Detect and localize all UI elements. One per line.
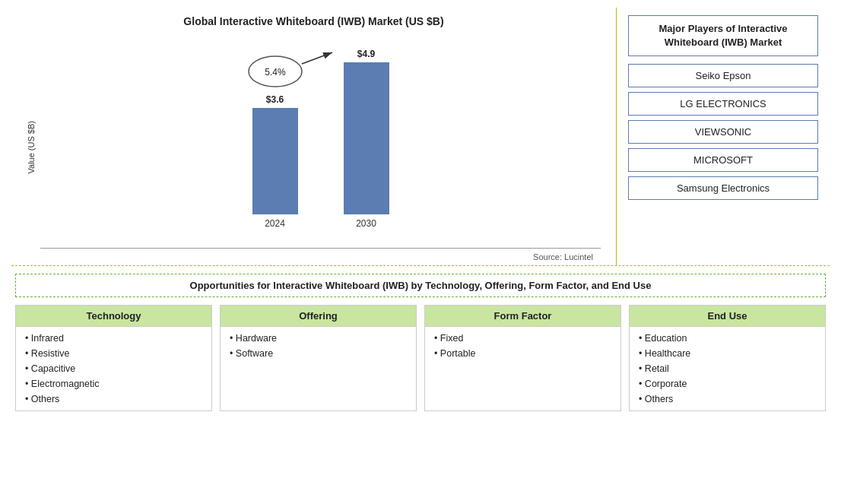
enduse-item-education: Education	[639, 333, 816, 344]
categories-grid: Technology Infrared Resistive Capacitive…	[15, 305, 826, 411]
main-container: Global Interactive Whiteboard (IWB) Mark…	[0, 0, 841, 504]
bottom-section: Opportunities for Interactive Whiteboard…	[11, 266, 830, 496]
tech-item-electromagnetic: Electromagnetic	[25, 379, 202, 389]
tech-item-capacitive: Capacitive	[25, 363, 202, 374]
players-title: Major Players of Interactive Whiteboard …	[628, 15, 818, 56]
enduse-item-retail: Retail	[639, 363, 816, 374]
enduse-item-healthcare: Healthcare	[639, 348, 816, 359]
category-items-form-factor: Fixed Portable	[425, 327, 620, 410]
players-panel: Major Players of Interactive Whiteboard …	[617, 8, 830, 265]
category-items-end-use: Education Healthcare Retail Corporate Ot…	[630, 327, 825, 410]
category-header-offering: Offering	[221, 306, 416, 327]
category-form-factor: Form Factor Fixed Portable	[424, 305, 621, 411]
svg-text:5.4%: 5.4%	[265, 67, 286, 78]
category-header-end-use: End Use	[630, 306, 825, 327]
player-lg: LG ELECTRONICS	[628, 92, 818, 116]
chart-area: Global Interactive Whiteboard (IWB) Mark…	[11, 8, 617, 265]
tech-item-infrared: Infrared	[25, 333, 202, 344]
bar-group-2030: $4.9 2030	[344, 49, 389, 229]
chart-content: 5.4%	[40, 33, 601, 262]
player-microsoft: MICROSOFT	[628, 148, 818, 172]
opportunities-title: Opportunities for Interactive Whiteboard…	[15, 274, 826, 297]
category-items-offering: Hardware Software	[221, 327, 416, 410]
category-header-form-factor: Form Factor	[425, 306, 620, 327]
player-samsung: Samsung Electronics	[628, 176, 818, 200]
bar-2024	[252, 108, 298, 214]
bar-group-2024: $3.6 2024	[252, 94, 298, 229]
category-header-technology: Technology	[16, 306, 211, 327]
chart-wrapper: Value (US $B) 5.4%	[27, 33, 601, 262]
player-seiko-epson: Seiko Epson	[628, 64, 818, 87]
player-viewsonic: VIEWSONIC	[628, 120, 818, 144]
bar-label-2030: 2030	[356, 218, 376, 229]
category-technology: Technology Infrared Resistive Capacitive…	[15, 305, 212, 411]
form-item-fixed: Fixed	[434, 333, 611, 344]
bar-2030	[344, 62, 389, 214]
category-offering: Offering Hardware Software	[220, 305, 417, 411]
enduse-item-others: Others	[639, 394, 816, 404]
offering-item-software: Software	[230, 348, 407, 359]
source-text: Source: Lucintel	[40, 252, 601, 262]
svg-line-2	[302, 52, 332, 64]
enduse-item-corporate: Corporate	[639, 379, 816, 389]
bars-area: 5.4%	[40, 33, 601, 248]
bar-value-2024: $3.6	[266, 94, 284, 105]
bar-value-2030: $4.9	[357, 49, 375, 59]
axis-line	[40, 248, 601, 249]
category-end-use: End Use Education Healthcare Retail Corp…	[629, 305, 826, 411]
bar-label-2024: 2024	[265, 218, 285, 229]
chart-title: Global Interactive Whiteboard (IWB) Mark…	[183, 15, 443, 27]
tech-item-others: Others	[25, 394, 202, 404]
y-axis-label: Value (US $B)	[27, 121, 36, 174]
category-items-technology: Infrared Resistive Capacitive Electromag…	[16, 327, 211, 410]
form-item-portable: Portable	[434, 348, 611, 359]
tech-item-resistive: Resistive	[25, 348, 202, 359]
top-section: Global Interactive Whiteboard (IWB) Mark…	[11, 8, 830, 266]
offering-item-hardware: Hardware	[230, 333, 407, 344]
